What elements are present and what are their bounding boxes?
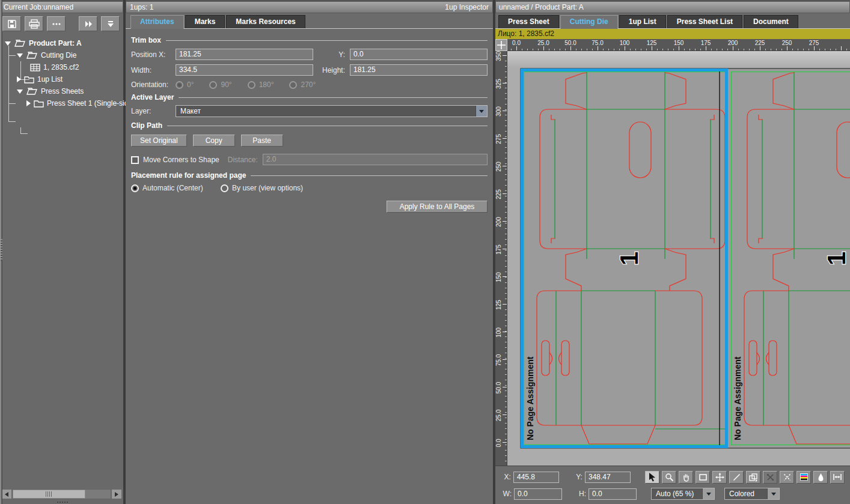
move-corners-checkbox-row[interactable]: Move Corners to Shape [131, 156, 219, 164]
tab-cutting-die[interactable]: Cutting Die [560, 15, 618, 29]
fast-forward-button[interactable] [79, 16, 97, 31]
tree-item-1up-list[interactable]: 1up List [0, 73, 123, 85]
placement-automatic-option[interactable]: Automatic (Center) [131, 184, 203, 192]
scrollbar-thumb[interactable] [13, 490, 85, 499]
canvas-toolbar [645, 471, 845, 484]
ink-tool-button[interactable] [813, 471, 828, 484]
dropdown-arrow-button[interactable] [767, 488, 779, 499]
width-field[interactable]: 334.5 [176, 64, 313, 76]
frame-tool-button[interactable] [696, 471, 710, 484]
line-tool-button[interactable] [729, 471, 744, 484]
scroll-left-button[interactable] [1, 489, 12, 499]
position-x-field[interactable]: 181.25 [176, 49, 313, 60]
paste-button[interactable]: Paste [241, 135, 283, 147]
tree-item-cutting-die[interactable]: Cutting Die [0, 49, 123, 61]
radio-90-icon[interactable] [209, 81, 217, 89]
display-mode-dropdown[interactable]: Colored [724, 488, 780, 500]
tree-horizontal-scrollbar[interactable] [1, 489, 122, 499]
select-tool-button[interactable] [645, 471, 659, 484]
tree-label: Product Part: A [29, 37, 82, 49]
placement-by-user-option[interactable]: By user (view options) [221, 184, 303, 192]
tab-attributes[interactable]: Attributes [130, 15, 184, 29]
inspector-header: 1ups: 1 1up Inspector [126, 1, 493, 13]
viewer-title-bar: unnamed / Product Part: A [495, 1, 850, 13]
viewer-status-bar: X: 445.8 Y: 348.47 [495, 466, 850, 504]
section-placement-rule: Placement rule for assigned page [131, 171, 488, 180]
orientation-0[interactable]: 0° [176, 80, 194, 89]
height-label: Height: [313, 66, 350, 74]
print-button[interactable] [25, 16, 43, 31]
y-label: Y: [313, 50, 350, 59]
x-coordinate-field[interactable]: 445.8 [513, 472, 559, 483]
zoom-tool-button[interactable] [662, 471, 676, 484]
zoom-level-value: Auto (65 %) [652, 488, 702, 499]
move-corners-checkbox[interactable] [131, 156, 139, 164]
y-coordinate-field[interactable]: 348.47 [585, 472, 631, 483]
viewer-panel: unnamed / Product Part: A Press Sheet Cu… [495, 0, 850, 504]
orientation-270[interactable]: 270° [289, 80, 316, 89]
fit-width-tool-button[interactable] [830, 471, 845, 484]
expander-closed-icon[interactable] [26, 100, 31, 106]
tree-item-press-sheets[interactable]: Press Sheets [0, 85, 123, 97]
colors-tool-button[interactable] [796, 471, 811, 484]
tab-press-sheet[interactable]: Press Sheet [498, 15, 559, 28]
more-options-button[interactable] [47, 16, 66, 31]
dropdown-arrow-button[interactable] [702, 488, 714, 499]
application-window: Current Job:unnamed [0, 0, 850, 504]
tab-1up-list[interactable]: 1up List [619, 15, 666, 28]
horizontal-ruler: 0.025.0 50.075.0 100125 150175 200225 25… [507, 39, 850, 51]
tree-connector [8, 121, 16, 122]
tab-marks[interactable]: Marks [185, 15, 225, 28]
zoom-level-dropdown[interactable]: Auto (65 %) [651, 488, 715, 500]
move-corners-label: Move Corners to Shape [143, 156, 219, 164]
radio-by-user-icon[interactable] [221, 184, 228, 192]
tab-press-sheet-list[interactable]: Press Sheet List [667, 15, 742, 28]
tree-item-product-part[interactable]: Product Part: A [0, 37, 123, 49]
radio-automatic-icon[interactable] [131, 184, 139, 192]
distance-field[interactable]: 2.0 [263, 154, 488, 165]
move-tool-button[interactable] [712, 471, 727, 484]
apply-rule-button[interactable]: Apply Rule to All Pages [387, 201, 488, 213]
inspector-header-left: 1ups: 1 [130, 2, 153, 13]
h-coordinate-field[interactable]: 0.0 [589, 488, 637, 500]
tab-document[interactable]: Document [744, 15, 798, 28]
w-coordinate-field[interactable]: 0.0 [514, 488, 562, 500]
set-original-button[interactable]: Set Original [131, 135, 187, 147]
paste-geometry-button[interactable] [746, 471, 760, 484]
scrollbar-track[interactable] [12, 489, 111, 499]
copy-button[interactable]: Copy [193, 135, 235, 147]
tree-item-press-sheet-1[interactable]: Press Sheet 1 (Single-side [0, 97, 123, 109]
right-splitter[interactable] [0, 0, 2, 504]
clip-path-tool-button[interactable] [780, 471, 794, 484]
radio-180-icon[interactable] [248, 81, 255, 89]
collapse-all-button[interactable] [101, 16, 120, 31]
height-field[interactable]: 181.25 [350, 64, 488, 76]
expander-open-icon[interactable] [5, 41, 11, 46]
tab-marks-resources[interactable]: Marks Resources [226, 15, 305, 28]
fit-width-icon [833, 473, 842, 481]
scroll-right-button[interactable] [111, 489, 122, 499]
panel-resize-grip[interactable] [52, 500, 73, 504]
dropdown-arrow-button[interactable] [475, 106, 487, 117]
orientation-90[interactable]: 90° [209, 80, 231, 89]
save-button[interactable] [2, 16, 21, 31]
splitter-grip [1, 239, 2, 261]
radio-0-icon[interactable] [176, 81, 183, 89]
expander-open-icon[interactable] [17, 53, 23, 58]
radio-270-icon[interactable] [289, 81, 297, 89]
cursor-icon [647, 472, 657, 482]
tree-item-cf2-file[interactable]: 1, 2835.cf2 [0, 61, 123, 73]
press-sheet[interactable] [521, 68, 850, 448]
right-arrow-icon [115, 492, 118, 497]
inspector-panel: 1ups: 1 1up Inspector Attributes Marks M… [126, 0, 493, 504]
pan-tool-button[interactable] [679, 471, 693, 484]
ruler-origin-button[interactable] [495, 39, 507, 51]
inspector-content: Trim box Position X: 181.25 Y: 0.0 Width… [126, 29, 493, 216]
expander-open-icon[interactable] [17, 90, 23, 94]
y-field[interactable]: 0.0 [350, 49, 488, 60]
expander-closed-icon[interactable] [17, 76, 21, 82]
orientation-180[interactable]: 180° [248, 80, 274, 89]
chevron-down-icon [771, 493, 776, 498]
die-layout-canvas[interactable]: No Page Assignment 1 [507, 51, 850, 466]
layer-dropdown[interactable]: Макет [176, 105, 488, 117]
